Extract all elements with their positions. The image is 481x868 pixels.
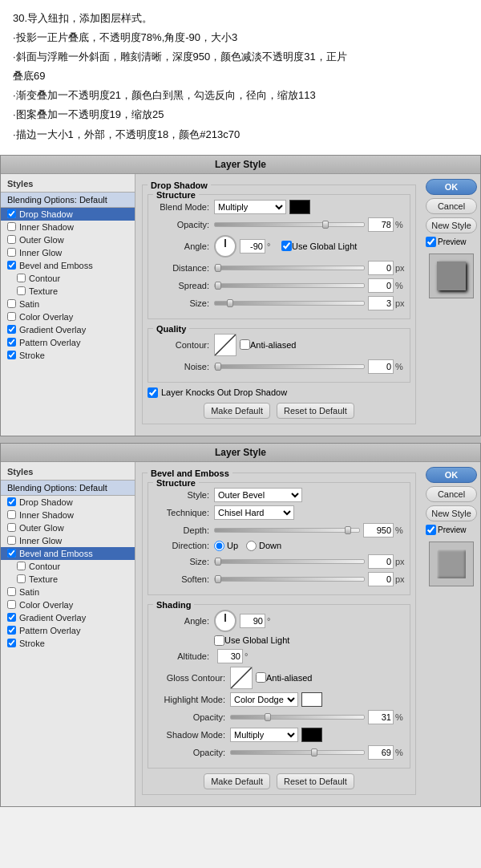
highlight-color-swatch[interactable] (301, 692, 322, 707)
angle-input[interactable] (240, 239, 265, 254)
shadow-mode-select[interactable]: Multiply (230, 728, 298, 742)
anti-aliased-check-2[interactable] (256, 672, 266, 683)
style-item-drop-shadow-2[interactable]: Drop Shadow (1, 496, 135, 509)
style-check-texture-2[interactable] (17, 574, 26, 583)
style-check-pattern-overlay-2[interactable] (7, 626, 16, 635)
style-item-color-overlay-1[interactable]: Color Overlay (1, 310, 135, 323)
style-check-stroke-1[interactable] (7, 351, 16, 359)
reset-default-btn-2[interactable]: Reset to Default (277, 773, 354, 789)
spread-slider[interactable] (214, 283, 365, 288)
use-global-light-check-1[interactable] (281, 241, 292, 251)
depth-input[interactable] (363, 523, 394, 537)
style-check-pattern-overlay-1[interactable] (7, 338, 16, 347)
direction-down-radio[interactable] (246, 541, 257, 551)
new-style-btn-1[interactable]: New Style (426, 217, 477, 233)
make-default-btn-2[interactable]: Make Default (204, 773, 270, 789)
style-check-stroke-2[interactable] (7, 639, 16, 647)
style-check-drop-shadow-1[interactable] (7, 209, 16, 218)
highlight-opacity-slider[interactable] (230, 715, 365, 720)
style-item-outer-glow-2[interactable]: Outer Glow (1, 521, 135, 534)
style-check-gradient-overlay-2[interactable] (7, 613, 16, 622)
ok-btn-1[interactable]: OK (426, 179, 477, 195)
shading-angle-dial[interactable] (214, 610, 236, 632)
style-item-pattern-overlay-2[interactable]: Pattern Overlay (1, 624, 135, 637)
style-check-inner-shadow-2[interactable] (7, 510, 16, 519)
contour-preview[interactable] (214, 334, 236, 356)
style-item-bevel-emboss-1[interactable]: Bevel and Emboss (1, 259, 135, 272)
make-default-btn-1[interactable]: Make Default (204, 403, 270, 419)
distance-input[interactable] (368, 261, 394, 275)
direction-up-label[interactable]: Up (214, 541, 238, 551)
direction-up-radio[interactable] (214, 541, 224, 551)
opacity-input[interactable] (368, 217, 394, 232)
style-check-contour-1[interactable] (17, 274, 26, 282)
technique-select[interactable]: Chisel Hard (214, 505, 294, 520)
style-item-inner-shadow-2[interactable]: Inner Shadow (1, 509, 135, 521)
highlight-mode-select[interactable]: Color Dodge (230, 692, 298, 707)
opacity-slider[interactable] (214, 222, 365, 227)
blend-mode-select[interactable]: Multiply (214, 200, 286, 214)
anti-aliased-check-1[interactable] (240, 339, 250, 350)
style-item-contour-2[interactable]: Contour (1, 560, 135, 573)
noise-input[interactable] (368, 359, 394, 374)
ok-btn-2[interactable]: OK (426, 467, 477, 483)
be-size-input[interactable] (368, 554, 394, 569)
style-item-bevel-emboss-2[interactable]: Bevel and Emboss (1, 547, 135, 560)
style-item-drop-shadow-1[interactable]: Drop Shadow (1, 208, 135, 221)
altitude-input[interactable] (217, 649, 243, 663)
style-item-stroke-2[interactable]: Stroke (1, 637, 135, 650)
style-check-bevel-emboss-1[interactable] (7, 261, 16, 270)
soften-slider[interactable] (214, 577, 365, 582)
style-item-inner-shadow-1[interactable]: Inner Shadow (1, 221, 135, 233)
style-check-satin-2[interactable] (7, 587, 16, 596)
layer-knocks-out-check[interactable] (148, 387, 158, 398)
cancel-btn-1[interactable]: Cancel (426, 198, 477, 214)
soften-input[interactable] (368, 572, 394, 586)
style-check-texture-1[interactable] (17, 286, 26, 295)
style-check-outer-glow-2[interactable] (7, 523, 16, 532)
style-item-texture-2[interactable]: Texture (1, 573, 135, 586)
distance-slider[interactable] (214, 266, 365, 270)
style-check-contour-2[interactable] (17, 562, 26, 570)
style-item-gradient-overlay-2[interactable]: Gradient Overlay (1, 611, 135, 624)
spread-input[interactable] (368, 278, 394, 293)
style-item-gradient-overlay-1[interactable]: Gradient Overlay (1, 323, 135, 336)
style-item-contour-1[interactable]: Contour (1, 272, 135, 285)
reset-default-btn-1[interactable]: Reset to Default (277, 403, 354, 419)
preview-checkbox-1[interactable] (426, 237, 436, 247)
style-check-inner-shadow-1[interactable] (7, 222, 16, 231)
style-item-pattern-overlay-1[interactable]: Pattern Overlay (1, 336, 135, 349)
new-style-btn-2[interactable]: New Style (426, 505, 477, 521)
be-style-select[interactable]: Outer Bevel (214, 488, 302, 502)
highlight-opacity-input[interactable] (368, 710, 394, 724)
direction-down-label[interactable]: Down (246, 541, 281, 551)
blend-color-swatch[interactable] (289, 200, 310, 214)
shadow-opacity-input[interactable] (368, 745, 394, 760)
style-check-bevel-emboss-2[interactable] (7, 549, 16, 558)
gloss-contour-preview[interactable] (230, 667, 253, 689)
noise-slider[interactable] (214, 364, 365, 369)
style-item-outer-glow-1[interactable]: Outer Glow (1, 233, 135, 246)
shadow-opacity-slider[interactable] (230, 750, 365, 755)
style-check-gradient-overlay-1[interactable] (7, 325, 16, 334)
style-item-satin-2[interactable]: Satin (1, 586, 135, 598)
style-check-color-overlay-1[interactable] (7, 312, 16, 321)
preview-checkbox-2[interactable] (426, 525, 436, 535)
size-input[interactable] (368, 296, 394, 310)
style-item-texture-1[interactable]: Texture (1, 285, 135, 298)
style-item-inner-glow-1[interactable]: Inner Glow (1, 246, 135, 259)
style-item-color-overlay-2[interactable]: Color Overlay (1, 598, 135, 611)
be-size-slider[interactable] (214, 559, 365, 564)
style-check-outer-glow-1[interactable] (7, 235, 16, 244)
style-check-inner-glow-2[interactable] (7, 536, 16, 545)
cancel-btn-2[interactable]: Cancel (426, 486, 477, 502)
style-item-inner-glow-2[interactable]: Inner Glow (1, 534, 135, 547)
style-check-drop-shadow-2[interactable] (7, 497, 16, 506)
depth-slider[interactable] (214, 528, 360, 533)
use-global-light-check-2[interactable] (214, 635, 224, 646)
style-check-satin-1[interactable] (7, 299, 16, 308)
shadow-color-swatch[interactable] (301, 728, 322, 742)
style-item-stroke-1[interactable]: Stroke (1, 349, 135, 362)
style-check-color-overlay-2[interactable] (7, 600, 16, 609)
style-check-inner-glow-1[interactable] (7, 248, 16, 257)
